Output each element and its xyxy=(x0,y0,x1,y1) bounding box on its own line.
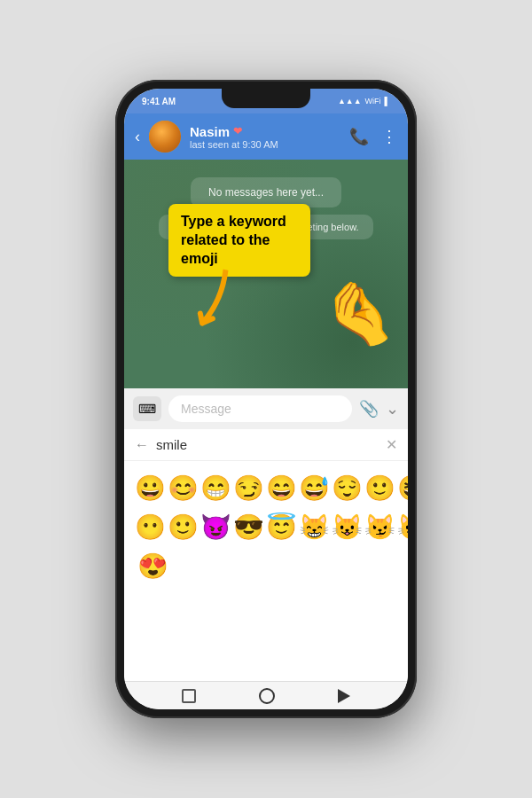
status-icons: ▲▲▲ WiFi ▌ xyxy=(338,97,390,106)
search-clear-button[interactable]: ✕ xyxy=(386,436,397,453)
contact-info: Nasim ❤ last seen at 9:30 AM xyxy=(190,124,340,150)
call-icon[interactable]: 📞 xyxy=(349,127,369,146)
bottom-nav xyxy=(124,681,408,709)
nav-triangle[interactable] xyxy=(338,689,350,703)
no-messages-bubble: No messages here yet... xyxy=(191,177,341,207)
search-input[interactable]: smile xyxy=(156,437,379,452)
annotation-text: Type a keyword related to the emoji xyxy=(181,214,286,266)
battery-icon: ▌ xyxy=(385,97,390,106)
contact-name-text: Nasim xyxy=(190,124,230,139)
emoji-laughing[interactable]: 😄 xyxy=(266,470,297,505)
message-input[interactable]: Message xyxy=(168,395,352,422)
chat-area: No messages here yet... Send a message o… xyxy=(124,160,408,388)
signal-icon: ▲▲▲ xyxy=(338,97,362,106)
emoji-grid-area: 😀 😊 😁 😏 😄 😅 😌 🙂 😆 😶 🙂 😈 😎 😇 😸 😺 😼 xyxy=(124,461,408,681)
emoji-grinning[interactable]: 😀 xyxy=(135,470,166,505)
emoji-beaming[interactable]: 😁 xyxy=(200,470,231,505)
keyboard-button[interactable]: ⌨ xyxy=(133,396,161,421)
wifi-icon: WiFi xyxy=(365,97,381,106)
emoji-sunglasses[interactable]: 😎 xyxy=(233,509,264,544)
phone-inner: 9:41 AM ▲▲▲ WiFi ▌ ‹ Nasim ❤ last seen a… xyxy=(124,89,408,709)
emoji-row-3: 😍 xyxy=(135,548,397,583)
emoji-no-mouth[interactable]: 😶 xyxy=(135,509,166,544)
emoji-smiling[interactable]: 😊 xyxy=(168,470,199,505)
emoji-row-1: 😀 😊 😁 😏 😄 😅 😌 🙂 😆 xyxy=(135,470,397,505)
emoji-cat-happy[interactable]: 😺 xyxy=(397,509,408,544)
emoji-neutral[interactable]: 🙂 xyxy=(168,509,199,544)
attachment-button[interactable]: 📎 xyxy=(359,399,379,419)
emoji-cat-grin[interactable]: 😺 xyxy=(332,509,363,544)
emoji-relieved[interactable]: 😌 xyxy=(332,470,363,505)
emoji-cat-smile[interactable]: 😸 xyxy=(299,509,330,544)
emoji-row-2: 😶 🙂 😈 😎 😇 😸 😺 😼 😺 xyxy=(135,509,397,544)
notch xyxy=(222,89,310,108)
search-back-button[interactable]: ← xyxy=(135,437,149,453)
message-placeholder: Message xyxy=(181,402,231,416)
chat-header: ‹ Nasim ❤ last seen at 9:30 AM 📞 ⋮ xyxy=(124,113,408,160)
annotation-bubble: Type a keyword related to the emoji xyxy=(168,204,310,277)
avatar xyxy=(149,121,181,153)
status-time: 9:41 AM xyxy=(142,97,176,106)
contact-name: Nasim ❤ xyxy=(190,124,340,139)
nav-circle[interactable] xyxy=(259,688,275,704)
emoji-squinting[interactable]: 😆 xyxy=(397,470,408,505)
heart-icon: ❤ xyxy=(233,125,242,137)
back-button[interactable]: ‹ xyxy=(135,128,140,146)
expand-button[interactable]: ⌄ xyxy=(386,399,399,419)
keyboard-icon: ⌨ xyxy=(138,402,156,416)
more-icon[interactable]: ⋮ xyxy=(381,127,397,146)
annotation-container: Type a keyword related to the emoji xyxy=(168,204,310,277)
emoji-search-bar: ← smile ✕ xyxy=(124,429,408,461)
message-input-area: ⌨ Message 📎 ⌄ xyxy=(124,388,408,429)
emoji-devil[interactable]: 😈 xyxy=(200,509,231,544)
emoji-halo[interactable]: 😇 xyxy=(266,509,297,544)
sticker-area: 🤌 xyxy=(310,282,399,388)
emoji-heart-eyes[interactable]: 😍 xyxy=(135,548,170,583)
emoji-slightly-smiling[interactable]: 🙂 xyxy=(364,470,395,505)
contact-status: last seen at 9:30 AM xyxy=(190,139,340,150)
avatar-image xyxy=(149,121,181,153)
phone-frame: 9:41 AM ▲▲▲ WiFi ▌ ‹ Nasim ❤ last seen a… xyxy=(115,80,417,718)
emoji-winking[interactable]: 😏 xyxy=(233,470,264,505)
emoji-sweat-smile[interactable]: 😅 xyxy=(299,470,330,505)
header-actions: 📞 ⋮ xyxy=(349,127,397,146)
emoji-cat-wink[interactable]: 😼 xyxy=(364,509,395,544)
nav-square[interactable] xyxy=(182,689,196,703)
sticker-emoji: 🤌 xyxy=(310,282,399,344)
no-messages-text: No messages here yet... xyxy=(208,186,324,199)
